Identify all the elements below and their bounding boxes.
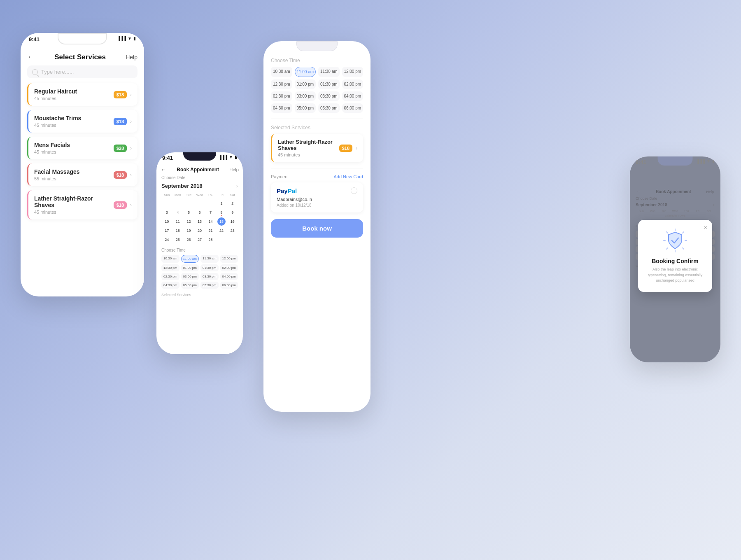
- time-slot[interactable]: 04:00 pm: [220, 273, 238, 280]
- time-slot[interactable]: 01:30 pm: [318, 79, 340, 89]
- time-slot[interactable]: 03:30 pm: [200, 273, 219, 280]
- time-slot[interactable]: 10:30 am: [271, 67, 292, 77]
- cal-day[interactable]: 23: [228, 226, 237, 235]
- phone2-content: Choose Date September 2018 › Sun Mon Tue…: [156, 175, 243, 299]
- cal-day[interactable]: 22: [217, 226, 226, 235]
- phone4-status-icons: ▐▐▐ ▼ ▮: [696, 159, 715, 163]
- time-slot[interactable]: 12:00 pm: [220, 255, 238, 263]
- time-slot[interactable]: 05:00 pm: [181, 282, 199, 289]
- search-bar[interactable]: Type here......: [27, 65, 137, 78]
- time-slot[interactable]: 04:00 pm: [342, 91, 364, 101]
- time-slot[interactable]: 01:30 pm: [200, 264, 219, 271]
- cal-day[interactable]: 2: [228, 199, 237, 208]
- svg-line-4: [666, 232, 668, 233]
- time-slot[interactable]: 06:00 pm: [220, 282, 238, 289]
- cal-day[interactable]: [196, 199, 204, 208]
- time-slot[interactable]: 10:30 am: [161, 255, 179, 263]
- chevron-down-icon: ›: [130, 92, 132, 98]
- cal-day[interactable]: 12: [184, 217, 193, 226]
- shield-icon: [663, 228, 687, 253]
- cal-day[interactable]: 6: [196, 208, 204, 217]
- service-info: Regular Haircut 45 minutes: [34, 88, 77, 101]
- cal-day[interactable]: 27: [196, 236, 204, 244]
- phone1-select-services: 9:41 ▐▐▐ ▼ ▮ ← Select Services Help Type…: [21, 33, 144, 296]
- cal-day[interactable]: 7: [207, 208, 215, 217]
- cal-day[interactable]: 28: [207, 236, 215, 244]
- time-slot[interactable]: 03:30 pm: [318, 91, 340, 101]
- time-slot[interactable]: 04:30 pm: [161, 282, 179, 289]
- cal-day[interactable]: 18: [174, 226, 182, 235]
- day-sat: Sat: [227, 192, 238, 198]
- section-time-label: Choose Time: [271, 58, 363, 63]
- cal-day-today[interactable]: 15: [217, 217, 226, 226]
- time-slot-selected[interactable]: 11:00 am: [181, 255, 199, 263]
- cal-day[interactable]: [228, 236, 237, 244]
- time-slot[interactable]: 03:00 pm: [181, 273, 199, 280]
- help-button[interactable]: Help: [126, 54, 137, 61]
- modal-close-button[interactable]: ×: [704, 224, 707, 231]
- cal-day[interactable]: 26: [184, 236, 193, 244]
- add-card-button[interactable]: Add New Card: [333, 174, 363, 179]
- cal-day[interactable]: 11: [174, 217, 182, 226]
- cal-day[interactable]: 21: [207, 226, 215, 235]
- cal-day[interactable]: 25: [174, 236, 182, 244]
- list-item[interactable]: Mens Facials 45 minutes $28 ›: [27, 137, 137, 159]
- time-slot[interactable]: 01:00 pm: [181, 264, 199, 271]
- back-button[interactable]: ←: [27, 53, 35, 61]
- time-slot[interactable]: 12:00 pm: [342, 67, 364, 77]
- day-tue: Tue: [183, 192, 194, 198]
- time-slot[interactable]: 12:30 pm: [271, 79, 292, 89]
- time-slot[interactable]: 04:30 pm: [271, 103, 292, 113]
- time-slot[interactable]: 02:30 pm: [161, 273, 179, 280]
- cal-row: 24 25 26 27 28: [161, 236, 238, 244]
- help-button[interactable]: Help: [229, 167, 239, 172]
- cal-row: 1 2: [161, 199, 238, 208]
- list-item[interactable]: Moustache Trims 45 minutes $18 ›: [27, 110, 137, 133]
- cal-day[interactable]: 14: [207, 217, 215, 226]
- time-slot[interactable]: 05:30 pm: [200, 282, 219, 289]
- book-now-button[interactable]: Book now: [271, 219, 363, 238]
- time-slot[interactable]: 11:30 am: [200, 255, 219, 263]
- svg-line-5: [683, 248, 684, 249]
- back-button[interactable]: ←: [161, 166, 166, 173]
- time-slot[interactable]: 05:00 pm: [295, 103, 316, 113]
- time-slot-selected[interactable]: 11:00 am: [295, 67, 316, 77]
- time-slot[interactable]: 03:00 pm: [295, 91, 316, 101]
- service-name: Lather Straight-Razor Shaves: [278, 139, 339, 151]
- time-slot[interactable]: 11:30 am: [318, 67, 340, 77]
- time-slot[interactable]: 06:00 pm: [342, 103, 364, 113]
- list-item[interactable]: Regular Haircut 45 minutes $18 ›: [27, 83, 137, 106]
- cal-day[interactable]: 17: [163, 226, 171, 235]
- cal-day[interactable]: 8: [217, 208, 226, 217]
- day-fri: Fri: [216, 192, 227, 198]
- cal-day[interactable]: [207, 199, 215, 208]
- cal-day[interactable]: 24: [163, 236, 171, 244]
- cal-day[interactable]: [174, 199, 182, 208]
- cal-day[interactable]: [217, 236, 226, 244]
- cal-day[interactable]: 9: [228, 208, 237, 217]
- cal-day[interactable]: 16: [228, 217, 237, 226]
- cal-day[interactable]: [163, 199, 171, 208]
- payment-radio[interactable]: [351, 187, 357, 194]
- cal-day[interactable]: 20: [196, 226, 204, 235]
- cal-day[interactable]: 1: [217, 199, 226, 208]
- cal-day[interactable]: 19: [184, 226, 193, 235]
- cal-day[interactable]: 10: [163, 217, 171, 226]
- search-placeholder: Type here......: [41, 69, 74, 75]
- cal-day[interactable]: [184, 199, 193, 208]
- cal-day[interactable]: 5: [184, 208, 193, 217]
- time-slot[interactable]: 01:00 pm: [295, 79, 316, 89]
- cal-day[interactable]: 3: [163, 208, 171, 217]
- list-item[interactable]: Facial Massages 55 minutes $18 ›: [27, 163, 137, 186]
- time-slot[interactable]: 02:00 pm: [220, 264, 238, 271]
- section-divider: [271, 168, 363, 168]
- time-slot[interactable]: 05:30 pm: [318, 103, 340, 113]
- list-item[interactable]: Lather Straight-Razor Shaves 45 minutes …: [27, 190, 137, 219]
- time-slot[interactable]: 12:30 pm: [161, 264, 179, 271]
- cal-day[interactable]: 4: [174, 208, 182, 217]
- paypal-info: PayPal Madbrains@co.in Added on 10/12/18: [277, 187, 312, 208]
- month-nav-icon[interactable]: ›: [236, 182, 238, 189]
- time-slot[interactable]: 02:00 pm: [342, 79, 364, 89]
- cal-day[interactable]: 13: [196, 217, 204, 226]
- time-slot[interactable]: 02:30 pm: [271, 91, 292, 101]
